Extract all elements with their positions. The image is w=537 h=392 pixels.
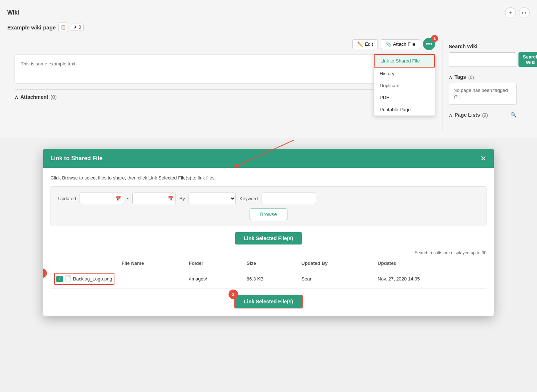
right-sidebar: Search Wiki Search Wiki ∧ Tags (0) No pa…	[443, 38, 522, 131]
page-lists-section: ∧ Page Lists (9) 🔍	[449, 112, 517, 118]
by-select[interactable]	[189, 193, 236, 204]
dropdown-pdf[interactable]: PDF	[374, 92, 435, 104]
row-checkbox[interactable]: ✓	[56, 276, 63, 282]
content-text: This is some example text.	[21, 61, 77, 66]
date-to-input[interactable]	[132, 193, 176, 204]
keyword-input[interactable]	[262, 193, 316, 204]
by-label: By	[179, 196, 185, 201]
edit-button[interactable]: ✏️ Edit	[352, 39, 377, 49]
chevron-up-pagelists-icon: ∧	[449, 112, 452, 118]
row-folder: /Images/	[185, 269, 243, 289]
dropdown-duplicate[interactable]: Duplicate	[374, 80, 435, 92]
toolbar: ✏️ Edit 📎 Attach File ••• 1	[15, 38, 435, 50]
search-pagelists-icon[interactable]: 🔍	[510, 112, 517, 118]
attachment-label: Attachment	[20, 94, 48, 100]
row-checkbox-cell: ✓ Backlog_Logo.png	[51, 269, 118, 289]
file-icon	[65, 275, 71, 283]
col-updated: Updated	[374, 258, 486, 269]
paperclip-icon: 📎	[385, 41, 391, 47]
link-selected-button-top[interactable]: Link Selected File(s)	[235, 232, 302, 245]
row-size: 86.3 KB	[243, 269, 298, 289]
svg-line-0	[234, 140, 294, 167]
date-from-input[interactable]	[80, 193, 123, 204]
tags-count: (0)	[468, 74, 474, 80]
search-wiki-input[interactable]	[449, 52, 516, 67]
more-options-button[interactable]: ••• 1	[423, 38, 435, 50]
dropdown-link-shared-file[interactable]: Link to Shared File	[374, 54, 435, 68]
modal-description: Click Browse to select files to share, t…	[51, 175, 486, 181]
updated-label: Updated	[58, 196, 76, 201]
row-updated: Nov. 27, 2020 14:05	[374, 269, 486, 289]
attach-file-button[interactable]: 📎 Attach File	[381, 39, 420, 49]
dropdown-printable[interactable]: Printable Page	[374, 104, 435, 116]
bottom-link-section: 3 Link Selected File(s)	[51, 295, 486, 308]
svg-rect-2	[65, 275, 70, 281]
star-icon: ★	[73, 25, 77, 30]
dropdown-history[interactable]: History	[374, 68, 435, 80]
chevron-up-icon: ∧	[15, 94, 18, 100]
attachment-count: (0)	[51, 94, 57, 100]
results-hint: Search results are displayed up to 30	[51, 250, 486, 255]
step3-badge-wrapper: 3	[229, 290, 238, 299]
edit-icon: ✏️	[357, 41, 363, 47]
chevron-up-tags-icon: ∧	[449, 74, 452, 80]
col-updated-by: Updated By	[298, 258, 374, 269]
step3-badge: 3	[229, 290, 238, 299]
copy-icon[interactable]: 📋	[58, 23, 68, 32]
table-row: ✓ Backlog_Logo.png	[51, 269, 486, 289]
page-lists-title: Page Lists	[455, 112, 480, 118]
modal-body: Click Browse to select files to share, t…	[43, 168, 494, 316]
dropdown-menu: Link to Shared File History Duplicate PD…	[374, 54, 435, 116]
navigate-button[interactable]: ↦	[519, 7, 530, 18]
star-badge[interactable]: ★ 0	[71, 24, 84, 31]
tags-title: Tags	[455, 74, 466, 80]
tags-box: No page has been tagged yet.	[449, 83, 517, 105]
search-wiki-section: Search Wiki Search Wiki	[449, 44, 517, 67]
step2-badge: 2	[43, 268, 47, 278]
file-name: Backlog_Logo.png	[73, 276, 112, 282]
dots-icon: •••	[426, 40, 433, 48]
search-wiki-button[interactable]: Search Wiki	[518, 52, 537, 67]
arrow-connector	[0, 138, 537, 174]
step1-badge: 1	[431, 35, 438, 42]
col-filename	[51, 258, 118, 269]
col-size: Size	[243, 258, 298, 269]
col-folder: Folder	[185, 258, 243, 269]
tags-section: ∧ Tags (0) No page has been tagged yet.	[449, 74, 517, 105]
page-title: Example wiki page	[7, 24, 56, 31]
browse-button[interactable]: Browse	[250, 209, 288, 220]
content-area: This is some example text.	[15, 54, 435, 84]
row-updated-by: Sean	[298, 269, 374, 289]
row-filename-spacer	[118, 269, 185, 289]
col-filename-label: File Name	[118, 258, 185, 269]
tags-empty-text: No page has been tagged yet.	[453, 88, 508, 98]
page-lists-count: (9)	[482, 112, 488, 118]
keyword-label: Keyword	[239, 196, 258, 201]
add-button[interactable]: ＋	[505, 7, 516, 18]
wiki-title: Wiki	[7, 9, 19, 16]
attachment-section: ∧ Attachment (0)	[15, 89, 435, 100]
link-selected-button-bottom[interactable]: Link Selected File(s)	[234, 295, 302, 308]
step2-badge-wrapper: 2	[43, 268, 47, 278]
search-wiki-title: Search Wiki	[449, 44, 517, 49]
results-table: File Name Folder Size Updated By Updated	[51, 258, 486, 289]
filter-box: Updated 📅 - 📅 By	[51, 186, 486, 226]
